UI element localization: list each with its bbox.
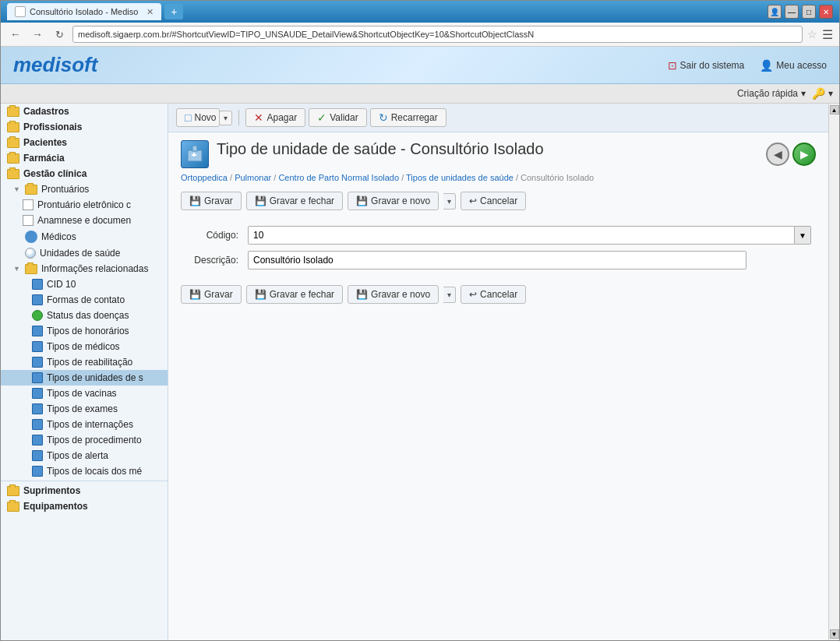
sidebar-divider	[1, 481, 168, 481]
svg-rect-3	[192, 154, 196, 156]
prev-record-btn[interactable]: ◀	[766, 143, 789, 166]
bookmark-star[interactable]: ☆	[807, 28, 817, 41]
forward-btn[interactable]: →	[29, 26, 46, 43]
breadcrumb-link-tipos[interactable]: Tipos de unidades de saúde	[406, 173, 514, 182]
sidebar-label: Gestão clínica	[23, 168, 86, 179]
novo-btn[interactable]: □ Novo	[176, 108, 220, 127]
new-tab-btn[interactable]: +	[164, 4, 183, 19]
sidebar-label: Cadastros	[23, 106, 69, 117]
sidebar-item-tipos-alerta[interactable]: Tipos de alerta	[1, 448, 168, 463]
record-title-text: Tipo de unidade de saúde - Consultório I…	[217, 140, 544, 158]
apagar-btn[interactable]: ✕ Apagar	[245, 108, 305, 127]
sidebar-item-informacoes[interactable]: ▼ Informações relacionadas	[1, 261, 168, 276]
breadcrumb-link-centro[interactable]: Centro de Parto Normal Isolado	[278, 173, 399, 182]
sidebar-item-anamnese[interactable]: Anamnese e documen	[1, 213, 168, 228]
cancelar-bottom-btn[interactable]: ↩ Cancelar	[461, 285, 526, 304]
gravar-top-btn[interactable]: 💾 Gravar	[181, 192, 242, 210]
folder-icon	[7, 138, 19, 148]
sidebar-item-suprimentos[interactable]: Suprimentos	[1, 483, 168, 498]
sidebar-label: Prontuário eletrônico c	[37, 199, 131, 210]
gravar-novo-dropdown-btn[interactable]: ▾	[443, 193, 456, 210]
doc-blue-icon	[32, 294, 43, 305]
user-icon-btn[interactable]: 👤	[768, 5, 782, 19]
sidebar-label: Tipos de médicos	[47, 341, 120, 352]
sidebar: Cadastros Profissionais Pacientes Farmác…	[1, 104, 168, 640]
right-scrollbar[interactable]: ▲ ▼	[828, 104, 839, 640]
tab-icon	[15, 6, 26, 17]
descricao-input[interactable]	[248, 251, 746, 269]
doc-blue-icon	[32, 435, 43, 446]
top-action-bar: 💾 Gravar 💾 Gravar e fechar 💾 Gravar e no…	[181, 192, 816, 210]
sidebar-item-tipos-medicos[interactable]: Tipos de médicos	[1, 339, 168, 354]
titlebar-left: Consultório Isolado - Mediso ✕ +	[7, 3, 183, 20]
sidebar-label: Tipos de internações	[47, 419, 133, 430]
codigo-input[interactable]	[248, 226, 795, 245]
sidebar-label: Pacientes	[23, 137, 67, 148]
sidebar-item-cid10[interactable]: CID 10	[1, 276, 168, 292]
gravar-fechar-top-btn[interactable]: 💾 Gravar e fechar	[246, 192, 343, 210]
minimize-btn[interactable]: —	[785, 5, 799, 19]
sidebar-item-prontuarios[interactable]: ▼ Prontuários	[1, 181, 168, 197]
descricao-cell	[243, 248, 816, 273]
sidebar-item-status-doencas[interactable]: Status das doenças	[1, 308, 168, 323]
recarregar-btn[interactable]: ↻ Recarregar	[370, 108, 446, 127]
gravar-bottom-btn[interactable]: 💾 Gravar	[181, 285, 242, 304]
sidebar-item-profissionais[interactable]: Profissionais	[1, 119, 168, 135]
sidebar-item-tipos-locais[interactable]: Tipos de locais dos mé	[1, 463, 168, 479]
save-icon: 💾	[189, 195, 201, 206]
sidebar-item-tipos-honorarios[interactable]: Tipos de honorários	[1, 323, 168, 339]
gravar-novo-bottom-btn[interactable]: 💾 Gravar e novo	[348, 285, 439, 304]
save-close-icon-bottom: 💾	[255, 289, 266, 300]
tab-close[interactable]: ✕	[146, 7, 154, 17]
dropdown-arrow-icon: ▾	[801, 88, 806, 99]
close-btn[interactable]: ✕	[819, 5, 833, 19]
separator	[238, 110, 239, 125]
address-bar[interactable]	[72, 26, 803, 43]
app-logo: medisoft	[13, 53, 97, 77]
sidebar-item-equipamentos[interactable]: Equipamentos	[1, 498, 168, 514]
scroll-up-btn[interactable]: ▲	[830, 105, 839, 114]
meu-acesso-btn[interactable]: 👤 Meu acesso	[760, 59, 827, 72]
browser-toolbar: ← → ↻ ☆ ☰	[1, 23, 839, 47]
gravar-novo-dropdown-bottom-btn[interactable]: ▾	[443, 287, 456, 303]
refresh-btn[interactable]: ↻	[51, 26, 68, 43]
browser-menu-btn[interactable]: ☰	[822, 27, 833, 42]
validar-btn[interactable]: ✓ Validar	[309, 108, 366, 127]
sidebar-item-tipos-internacoes[interactable]: Tipos de internações	[1, 417, 168, 432]
criacao-rapida-btn[interactable]: Criação rápida ▾	[737, 88, 806, 99]
sidebar-item-medicos[interactable]: Médicos	[1, 228, 168, 245]
sidebar-item-tipos-unidades[interactable]: Tipos de unidades de s	[1, 370, 168, 386]
sair-btn[interactable]: ⊡ Sair do sistema	[668, 59, 745, 72]
next-record-btn[interactable]: ▶	[792, 143, 816, 166]
sidebar-item-gestao[interactable]: Gestão clínica	[1, 166, 168, 181]
sair-icon: ⊡	[668, 59, 677, 72]
sidebar-item-cadastros[interactable]: Cadastros	[1, 104, 168, 119]
sidebar-item-tipos-exames[interactable]: Tipos de exames	[1, 401, 168, 417]
sidebar-item-formas-contato[interactable]: Formas de contato	[1, 292, 168, 308]
doc-blue-icon	[32, 388, 43, 399]
sidebar-item-farmacia[interactable]: Farmácia	[1, 150, 168, 166]
back-btn[interactable]: ←	[7, 26, 24, 43]
gravar-novo-top-btn[interactable]: 💾 Gravar e novo	[348, 192, 439, 210]
quick-bar-extra-btn[interactable]: 🔑 ▾	[812, 87, 833, 100]
sidebar-label: Tipos de unidades de s	[47, 372, 143, 383]
doc-green-icon	[32, 310, 43, 321]
scroll-down-btn[interactable]: ▼	[830, 629, 839, 639]
folder-icon	[7, 122, 19, 132]
sidebar-item-tipos-procedimentos[interactable]: Tipos de procedimento	[1, 432, 168, 448]
cancelar-top-btn[interactable]: ↩ Cancelar	[461, 192, 526, 210]
sidebar-item-pacientes[interactable]: Pacientes	[1, 135, 168, 150]
gravar-fechar-bottom-btn[interactable]: 💾 Gravar e fechar	[246, 285, 343, 304]
breadcrumb-link-pulmonar[interactable]: Pulmonar	[235, 173, 271, 182]
breadcrumb-link-ortoppedica[interactable]: Ortoppedica	[181, 173, 228, 182]
sidebar-label: Unidades de saúde	[40, 248, 120, 259]
codigo-expand-btn[interactable]: ▼	[795, 226, 811, 245]
sidebar-label: Suprimentos	[23, 485, 80, 496]
maximize-btn[interactable]: □	[802, 5, 816, 19]
sidebar-item-tipos-vacinas[interactable]: Tipos de vacinas	[1, 386, 168, 401]
browser-tab[interactable]: Consultório Isolado - Mediso ✕	[7, 3, 161, 20]
sidebar-item-tipos-reabilitacao[interactable]: Tipos de reabilitação	[1, 354, 168, 370]
sidebar-item-prontuario-eletronico[interactable]: Prontuário eletrônico c	[1, 197, 168, 213]
sidebar-item-unidades[interactable]: Unidades de saúde	[1, 245, 168, 261]
novo-dropdown-btn[interactable]: ▾	[219, 111, 232, 125]
